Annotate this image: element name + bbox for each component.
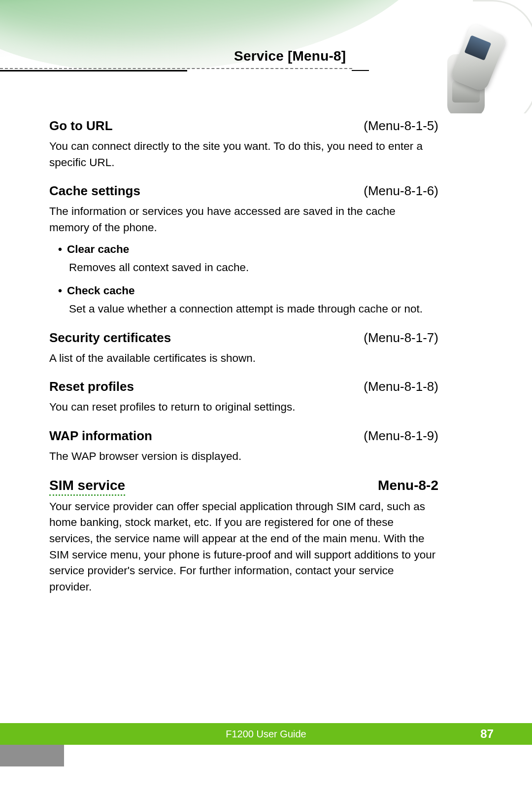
- section-menu-label: (Menu-8-1-6): [364, 183, 438, 199]
- section-security-certificates: Security certificates (Menu-8-1-7) A lis…: [49, 330, 438, 367]
- section-body: The WAP browser version is displayed.: [49, 449, 438, 465]
- header-dashed-rule: [0, 68, 352, 69]
- major-body: Your service provider can offer special …: [49, 499, 438, 595]
- major-menu-label: Menu-8-2: [378, 478, 438, 493]
- content-area: Go to URL (Menu-8-1-5) You can connect d…: [49, 118, 438, 595]
- bullet-title: Clear cache: [58, 243, 438, 256]
- section-title: Security certificates: [49, 330, 171, 346]
- section-body: The information or services you have acc…: [49, 204, 438, 236]
- section-reset-profiles: Reset profiles (Menu-8-1-8) You can rese…: [49, 379, 438, 416]
- footer-guide-label: F1200 User Guide: [226, 729, 306, 740]
- footer-page-number: 87: [480, 727, 494, 741]
- bullet-title: Check cache: [58, 284, 438, 297]
- section-menu-label: (Menu-8-1-9): [364, 428, 438, 444]
- footer-bar: F1200 User Guide 87: [0, 723, 532, 745]
- bullet-clear-cache: Clear cache Removes all context saved in…: [58, 243, 438, 276]
- major-title: SIM service: [49, 478, 125, 496]
- section-body: You can connect directly to the site you…: [49, 139, 438, 171]
- header-solid-rule-right: [352, 70, 369, 71]
- bullet-list: Clear cache Removes all context saved in…: [58, 243, 438, 317]
- section-body: You can reset profiles to return to orig…: [49, 399, 438, 416]
- section-menu-label: (Menu-8-1-7): [364, 330, 438, 346]
- page-title: Service [Menu-8]: [234, 48, 346, 64]
- section-sim-service: SIM service Menu-8-2 Your service provid…: [49, 478, 438, 595]
- section-title: Go to URL: [49, 118, 113, 134]
- footer-shadow: [0, 745, 64, 766]
- section-wap-information: WAP information (Menu-8-1-9) The WAP bro…: [49, 428, 438, 465]
- section-body: A list of the available certificates is …: [49, 350, 438, 367]
- section-title: Reset profiles: [49, 379, 134, 394]
- section-cache-settings: Cache settings (Menu-8-1-6) The informat…: [49, 183, 438, 317]
- phone-lanyard: [473, 0, 532, 113]
- bullet-body: Removes all context saved in cache.: [69, 260, 438, 276]
- section-title: WAP information: [49, 428, 152, 444]
- section-title: Cache settings: [49, 183, 140, 199]
- bullet-body: Set a value whether a connection attempt…: [69, 301, 438, 317]
- bullet-check-cache: Check cache Set a value whether a connec…: [58, 284, 438, 317]
- section-menu-label: (Menu-8-1-8): [364, 379, 438, 394]
- section-go-to-url: Go to URL (Menu-8-1-5) You can connect d…: [49, 118, 438, 171]
- section-menu-label: (Menu-8-1-5): [364, 118, 438, 134]
- header-solid-rule: [0, 70, 187, 71]
